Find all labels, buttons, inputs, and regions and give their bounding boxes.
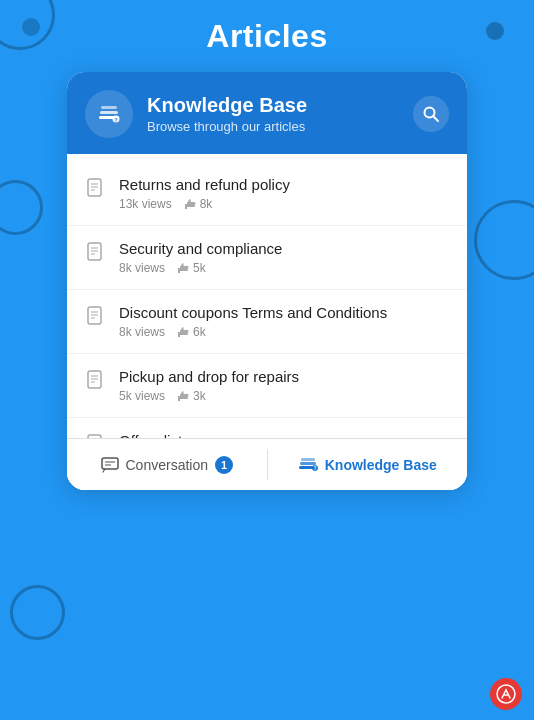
search-button[interactable] bbox=[413, 96, 449, 132]
svg-rect-2 bbox=[101, 106, 117, 109]
article-title: Discount coupons Terms and Conditions bbox=[119, 304, 447, 321]
conversation-badge: 1 bbox=[215, 456, 233, 474]
search-icon bbox=[422, 105, 440, 123]
article-content: Returns and refund policy 13k views 8k bbox=[119, 176, 447, 211]
thumbs-up-icon bbox=[184, 198, 197, 211]
tab-conversation[interactable]: Conversation 1 bbox=[67, 439, 267, 490]
article-views: 13k views bbox=[119, 197, 172, 211]
kb-title: Knowledge Base bbox=[147, 94, 307, 117]
article-title: Security and compliance bbox=[119, 240, 447, 257]
svg-rect-1 bbox=[100, 111, 118, 114]
knowledge-base-tab-icon: ? bbox=[298, 456, 318, 474]
article-likes: 3k bbox=[177, 389, 206, 403]
card-header: ? Knowledge Base Browse through our arti… bbox=[67, 72, 467, 154]
watermark bbox=[490, 678, 522, 710]
article-content: Discount coupons Terms and Conditions 8k… bbox=[119, 304, 447, 339]
svg-rect-27 bbox=[102, 458, 118, 469]
article-icon bbox=[87, 242, 105, 266]
card-header-left: ? Knowledge Base Browse through our arti… bbox=[85, 90, 307, 138]
svg-line-6 bbox=[433, 116, 438, 121]
article-icon bbox=[87, 370, 105, 394]
article-likes: 5k bbox=[177, 261, 206, 275]
page-title: Articles bbox=[0, 0, 534, 71]
article-meta: 8k views 5k bbox=[119, 261, 447, 275]
article-meta: 5k views 3k bbox=[119, 389, 447, 403]
tab-knowledge-base[interactable]: ? Knowledge Base bbox=[268, 439, 468, 490]
article-meta: 8k views 6k bbox=[119, 325, 447, 339]
thumbs-up-icon bbox=[177, 390, 190, 403]
knowledge-base-card: ? Knowledge Base Browse through our arti… bbox=[67, 72, 467, 490]
article-title: Returns and refund policy bbox=[119, 176, 447, 193]
kb-subtitle: Browse through our articles bbox=[147, 119, 307, 134]
svg-rect-31 bbox=[300, 462, 316, 465]
article-icon bbox=[87, 178, 105, 202]
article-views: 8k views bbox=[119, 325, 165, 339]
article-content: Security and compliance 8k views 5k bbox=[119, 240, 447, 275]
article-title: Pickup and drop for repairs bbox=[119, 368, 447, 385]
article-views: 5k views bbox=[119, 389, 165, 403]
tab-knowledge-base-label: Knowledge Base bbox=[325, 457, 437, 473]
article-meta: 13k views 8k bbox=[119, 197, 447, 211]
svg-rect-32 bbox=[301, 458, 315, 461]
svg-text:?: ? bbox=[313, 466, 316, 471]
article-views: 8k views bbox=[119, 261, 165, 275]
card-header-text: Knowledge Base Browse through our articl… bbox=[147, 94, 307, 134]
tab-conversation-label: Conversation bbox=[126, 457, 209, 473]
svg-point-35 bbox=[497, 685, 515, 703]
article-icon bbox=[87, 306, 105, 330]
kb-icon-circle: ? bbox=[85, 90, 133, 138]
article-item[interactable]: Returns and refund policy 13k views 8k bbox=[67, 162, 467, 226]
article-likes: 6k bbox=[177, 325, 206, 339]
article-item[interactable]: Security and compliance 8k views 5k bbox=[67, 226, 467, 290]
tab-bar: Conversation 1 ? Knowledge Base bbox=[67, 438, 467, 490]
article-item[interactable]: Pickup and drop for repairs 5k views 3k bbox=[67, 354, 467, 418]
article-likes: 8k bbox=[184, 197, 213, 211]
books-icon: ? bbox=[95, 100, 123, 128]
article-item[interactable]: Discount coupons Terms and Conditions 8k… bbox=[67, 290, 467, 354]
svg-text:?: ? bbox=[114, 117, 117, 123]
conversation-icon bbox=[101, 457, 119, 473]
article-content: Pickup and drop for repairs 5k views 3k bbox=[119, 368, 447, 403]
thumbs-up-icon bbox=[177, 262, 190, 275]
thumbs-up-icon bbox=[177, 326, 190, 339]
